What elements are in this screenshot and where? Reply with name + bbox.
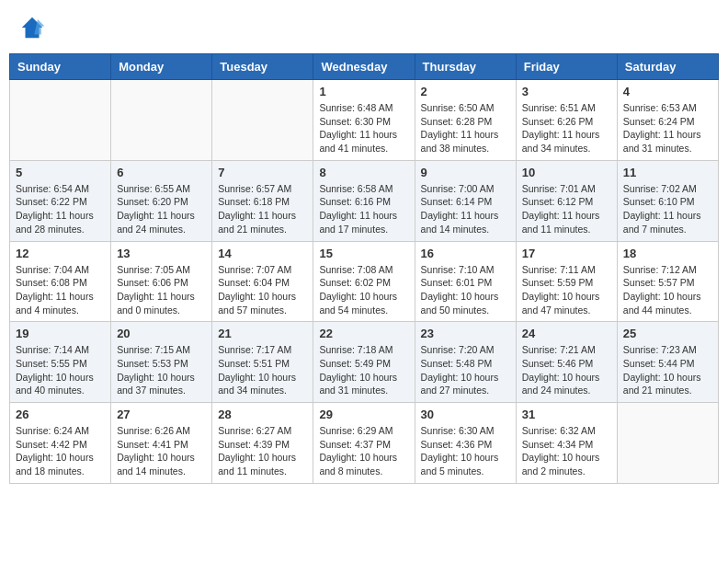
day-info: Sunrise: 7:04 AM Sunset: 6:08 PM Dayligh…	[16, 263, 105, 317]
calendar-cell: 20Sunrise: 7:15 AM Sunset: 5:53 PM Dayli…	[111, 322, 212, 403]
calendar-cell: 16Sunrise: 7:10 AM Sunset: 6:01 PM Dayli…	[415, 241, 516, 322]
calendar-cell	[617, 403, 718, 484]
calendar-cell: 10Sunrise: 7:01 AM Sunset: 6:12 PM Dayli…	[516, 160, 617, 241]
day-number: 8	[319, 166, 408, 179]
day-of-week-header: Saturday	[617, 54, 718, 80]
day-number: 15	[319, 247, 408, 260]
day-info: Sunrise: 6:27 AM Sunset: 4:39 PM Dayligh…	[218, 424, 307, 478]
calendar-cell: 31Sunrise: 6:32 AM Sunset: 4:34 PM Dayli…	[516, 403, 617, 484]
calendar-cell: 18Sunrise: 7:12 AM Sunset: 5:57 PM Dayli…	[617, 241, 718, 322]
day-info: Sunrise: 7:10 AM Sunset: 6:01 PM Dayligh…	[421, 263, 510, 317]
calendar-cell: 2Sunrise: 6:50 AM Sunset: 6:28 PM Daylig…	[415, 80, 516, 161]
day-number: 6	[117, 166, 206, 179]
logo	[18, 14, 50, 41]
day-of-week-header: Friday	[516, 54, 617, 80]
day-number: 10	[522, 166, 611, 179]
day-number: 21	[218, 327, 307, 340]
day-number: 25	[623, 327, 712, 340]
calendar-header-row: SundayMondayTuesdayWednesdayThursdayFrid…	[10, 54, 719, 80]
calendar-week-row: 1Sunrise: 6:48 AM Sunset: 6:30 PM Daylig…	[10, 80, 719, 161]
day-info: Sunrise: 6:58 AM Sunset: 6:16 PM Dayligh…	[319, 182, 408, 236]
day-number: 17	[522, 247, 611, 260]
day-info: Sunrise: 6:53 AM Sunset: 6:24 PM Dayligh…	[623, 101, 712, 155]
calendar-week-row: 26Sunrise: 6:24 AM Sunset: 4:42 PM Dayli…	[10, 403, 719, 484]
calendar-cell: 22Sunrise: 7:18 AM Sunset: 5:49 PM Dayli…	[313, 322, 415, 403]
day-number: 13	[117, 247, 206, 260]
day-of-week-header: Thursday	[415, 54, 516, 80]
logo-icon	[18, 14, 46, 41]
calendar-cell: 3Sunrise: 6:51 AM Sunset: 6:26 PM Daylig…	[516, 80, 617, 161]
day-number: 26	[16, 408, 105, 421]
day-info: Sunrise: 7:07 AM Sunset: 6:04 PM Dayligh…	[218, 263, 307, 317]
day-number: 5	[16, 166, 105, 179]
calendar-week-row: 12Sunrise: 7:04 AM Sunset: 6:08 PM Dayli…	[10, 241, 719, 322]
day-of-week-header: Monday	[111, 54, 212, 80]
calendar-cell	[10, 80, 111, 161]
day-info: Sunrise: 6:57 AM Sunset: 6:18 PM Dayligh…	[218, 182, 307, 236]
day-info: Sunrise: 7:14 AM Sunset: 5:55 PM Dayligh…	[16, 343, 105, 397]
day-info: Sunrise: 7:18 AM Sunset: 5:49 PM Dayligh…	[319, 343, 408, 397]
day-info: Sunrise: 7:08 AM Sunset: 6:02 PM Dayligh…	[319, 263, 408, 317]
day-info: Sunrise: 6:50 AM Sunset: 6:28 PM Dayligh…	[421, 101, 510, 155]
calendar-cell: 5Sunrise: 6:54 AM Sunset: 6:22 PM Daylig…	[10, 160, 111, 241]
day-info: Sunrise: 7:00 AM Sunset: 6:14 PM Dayligh…	[421, 182, 510, 236]
calendar-cell: 15Sunrise: 7:08 AM Sunset: 6:02 PM Dayli…	[313, 241, 415, 322]
day-of-week-header: Tuesday	[212, 54, 313, 80]
day-info: Sunrise: 6:24 AM Sunset: 4:42 PM Dayligh…	[16, 424, 105, 478]
calendar-cell: 26Sunrise: 6:24 AM Sunset: 4:42 PM Dayli…	[10, 403, 111, 484]
day-number: 16	[421, 247, 510, 260]
day-info: Sunrise: 7:15 AM Sunset: 5:53 PM Dayligh…	[117, 343, 206, 397]
day-info: Sunrise: 7:11 AM Sunset: 5:59 PM Dayligh…	[522, 263, 611, 317]
day-info: Sunrise: 7:05 AM Sunset: 6:06 PM Dayligh…	[117, 263, 206, 317]
day-info: Sunrise: 6:32 AM Sunset: 4:34 PM Dayligh…	[522, 424, 611, 478]
day-number: 20	[117, 327, 206, 340]
day-number: 1	[319, 85, 408, 98]
day-number: 4	[623, 85, 712, 98]
day-info: Sunrise: 7:12 AM Sunset: 5:57 PM Dayligh…	[623, 263, 712, 317]
day-info: Sunrise: 6:54 AM Sunset: 6:22 PM Dayligh…	[16, 182, 105, 236]
calendar-cell: 12Sunrise: 7:04 AM Sunset: 6:08 PM Dayli…	[10, 241, 111, 322]
day-number: 23	[421, 327, 510, 340]
calendar-cell: 27Sunrise: 6:26 AM Sunset: 4:41 PM Dayli…	[111, 403, 212, 484]
day-number: 30	[421, 408, 510, 421]
day-number: 22	[319, 327, 408, 340]
day-number: 31	[522, 408, 611, 421]
calendar-cell: 25Sunrise: 7:23 AM Sunset: 5:44 PM Dayli…	[617, 322, 718, 403]
calendar-cell	[212, 80, 313, 161]
day-of-week-header: Sunday	[10, 54, 111, 80]
day-number: 27	[117, 408, 206, 421]
day-number: 12	[16, 247, 105, 260]
day-info: Sunrise: 7:17 AM Sunset: 5:51 PM Dayligh…	[218, 343, 307, 397]
day-info: Sunrise: 7:01 AM Sunset: 6:12 PM Dayligh…	[522, 182, 611, 236]
day-info: Sunrise: 7:02 AM Sunset: 6:10 PM Dayligh…	[623, 182, 712, 236]
day-info: Sunrise: 6:30 AM Sunset: 4:36 PM Dayligh…	[421, 424, 510, 478]
calendar-cell: 1Sunrise: 6:48 AM Sunset: 6:30 PM Daylig…	[313, 80, 415, 161]
day-number: 24	[522, 327, 611, 340]
day-number: 11	[623, 166, 712, 179]
calendar-cell: 4Sunrise: 6:53 AM Sunset: 6:24 PM Daylig…	[617, 80, 718, 161]
day-number: 14	[218, 247, 307, 260]
calendar-cell: 24Sunrise: 7:21 AM Sunset: 5:46 PM Dayli…	[516, 322, 617, 403]
calendar-cell	[111, 80, 212, 161]
calendar-cell: 23Sunrise: 7:20 AM Sunset: 5:48 PM Dayli…	[415, 322, 516, 403]
day-info: Sunrise: 7:23 AM Sunset: 5:44 PM Dayligh…	[623, 343, 712, 397]
day-info: Sunrise: 6:26 AM Sunset: 4:41 PM Dayligh…	[117, 424, 206, 478]
page-header	[9, 9, 719, 46]
day-of-week-header: Wednesday	[313, 54, 415, 80]
day-info: Sunrise: 6:51 AM Sunset: 6:26 PM Dayligh…	[522, 101, 611, 155]
day-number: 2	[421, 85, 510, 98]
day-number: 3	[522, 85, 611, 98]
calendar-cell: 6Sunrise: 6:55 AM Sunset: 6:20 PM Daylig…	[111, 160, 212, 241]
day-info: Sunrise: 6:55 AM Sunset: 6:20 PM Dayligh…	[117, 182, 206, 236]
day-number: 7	[218, 166, 307, 179]
calendar-week-row: 5Sunrise: 6:54 AM Sunset: 6:22 PM Daylig…	[10, 160, 719, 241]
calendar-cell: 28Sunrise: 6:27 AM Sunset: 4:39 PM Dayli…	[212, 403, 313, 484]
calendar-week-row: 19Sunrise: 7:14 AM Sunset: 5:55 PM Dayli…	[10, 322, 719, 403]
calendar-cell: 19Sunrise: 7:14 AM Sunset: 5:55 PM Dayli…	[10, 322, 111, 403]
calendar-table: SundayMondayTuesdayWednesdayThursdayFrid…	[9, 53, 719, 484]
calendar-cell: 30Sunrise: 6:30 AM Sunset: 4:36 PM Dayli…	[415, 403, 516, 484]
day-info: Sunrise: 6:48 AM Sunset: 6:30 PM Dayligh…	[319, 101, 408, 155]
day-number: 9	[421, 166, 510, 179]
day-number: 29	[319, 408, 408, 421]
calendar-cell: 8Sunrise: 6:58 AM Sunset: 6:16 PM Daylig…	[313, 160, 415, 241]
